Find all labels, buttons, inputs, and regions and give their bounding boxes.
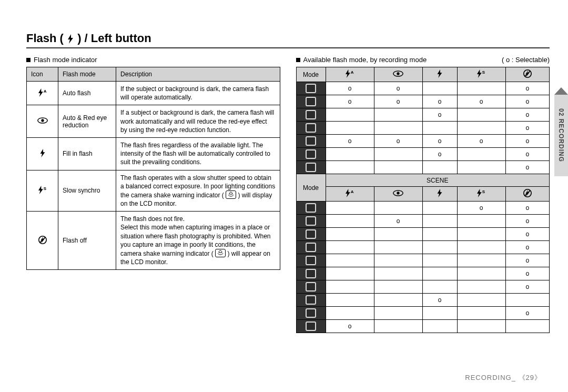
availability-cell (457, 307, 505, 320)
svg-marker-26 (477, 189, 482, 197)
svg-point-14 (397, 72, 399, 75)
availability-cell: o (505, 148, 549, 161)
flash-off-icon (27, 212, 58, 270)
mode-header: Mode (296, 67, 326, 82)
th-desc: Description (116, 67, 280, 82)
availability-cell (326, 241, 374, 254)
mode-icon-cell (296, 267, 326, 280)
availability-cell (457, 294, 505, 307)
availability-cell (326, 267, 374, 280)
availability-cell (374, 280, 422, 294)
availability-cell (422, 241, 457, 254)
availability-cell (374, 228, 422, 241)
flash-off-col-icon (505, 187, 549, 202)
svg-marker-25 (438, 189, 442, 197)
availability-cell (505, 320, 549, 333)
flash-auto-col-icon: A (326, 67, 374, 82)
availability-cell (457, 267, 505, 280)
mode-icon-cell (296, 215, 326, 228)
right-subtitle: Available flash mode, by recording mode (303, 56, 427, 64)
availability-cell (326, 202, 374, 215)
availability-cell (422, 267, 457, 280)
availability-cell: o (505, 108, 549, 122)
flash-mode-table: Icon Flash mode Description AAuto flashI… (26, 67, 280, 270)
flash-mode-desc: If a subject or background is dark, the … (116, 105, 280, 138)
th-mode: Flash mode (58, 67, 116, 82)
availability-cell (457, 280, 505, 294)
availability-cell (457, 122, 505, 135)
availability-cell: o (505, 307, 549, 320)
availability-cell: o (422, 148, 457, 161)
availability-cell: o (505, 122, 549, 135)
availability-cell (374, 202, 422, 215)
svg-point-4 (41, 119, 44, 122)
availability-cell (326, 122, 374, 135)
mode-icon-cell (296, 254, 326, 267)
availability-cell: o (422, 135, 457, 148)
left-subtitle: Flash mode indicator (34, 56, 97, 64)
availability-cell: o (422, 95, 457, 108)
svg-point-24 (397, 192, 399, 194)
svg-marker-5 (40, 149, 45, 157)
redeye-icon (27, 105, 58, 138)
availability-cell (457, 215, 505, 228)
availability-cell (457, 82, 505, 95)
flash-mode-name: Fill in flash (58, 137, 116, 170)
mode-header: Mode (296, 174, 326, 202)
availability-cell (457, 148, 505, 161)
svg-marker-21 (346, 189, 350, 197)
svg-text:A: A (351, 70, 354, 75)
availability-cell (457, 241, 505, 254)
availability-cell: o (505, 82, 549, 95)
availability-cell: o (326, 135, 374, 148)
selectable-note: ( o : Selectable) (502, 56, 550, 64)
availability-cell: o (374, 82, 422, 95)
availability-cell (326, 228, 374, 241)
availability-cell: o (457, 95, 505, 108)
redeye-col-icon (374, 187, 422, 202)
availability-cell: o (505, 280, 549, 294)
svg-text:S: S (482, 70, 485, 75)
svg-marker-15 (438, 69, 442, 78)
flash-mode-desc: The flash fires regardless of the availa… (116, 137, 280, 170)
mode-icon-cell (296, 307, 326, 320)
mode-icon-cell (296, 202, 326, 215)
camera-shake-icon (226, 190, 236, 199)
availability-cell: o (422, 294, 457, 307)
availability-cell (422, 228, 457, 241)
availability-cell (374, 161, 422, 174)
availability-cell (374, 241, 422, 254)
svg-text:S: S (43, 186, 46, 191)
availability-cell (326, 254, 374, 267)
svg-marker-16 (477, 69, 482, 78)
availability-cell (422, 122, 457, 135)
availability-cell: o (505, 215, 549, 228)
flash-mode-name: Auto flash (58, 82, 116, 105)
availability-cell: o (505, 161, 549, 174)
availability-cell (374, 108, 422, 122)
availability-cell: o (374, 95, 422, 108)
flash-slow-col-icon: S (457, 67, 505, 82)
availability-cell (374, 122, 422, 135)
availability-cell (374, 320, 422, 333)
mode-icon-cell (296, 95, 326, 108)
availability-cell (457, 254, 505, 267)
availability-cell (457, 228, 505, 241)
flash-mode-desc: If the subject or background is dark, th… (116, 82, 280, 105)
mode-icon-cell (296, 108, 326, 122)
section-tab: 02 RECORDING (554, 95, 568, 176)
bullet-icon (296, 58, 300, 62)
flash-mode-desc: The flash operates with a slow shutter s… (116, 170, 280, 212)
availability-cell (374, 307, 422, 320)
availability-cell (422, 307, 457, 320)
availability-cell: o (505, 254, 549, 267)
svg-text:A: A (351, 189, 354, 194)
availability-cell (457, 108, 505, 122)
availability-cell (374, 148, 422, 161)
svg-marker-0 (68, 34, 73, 44)
flash-mode-name: Slow synchro (58, 170, 116, 212)
availability-cell (422, 254, 457, 267)
mode-icon-cell (296, 280, 326, 294)
page-footer: RECORDING_ 《29》 (465, 373, 542, 383)
availability-cell: o (374, 135, 422, 148)
